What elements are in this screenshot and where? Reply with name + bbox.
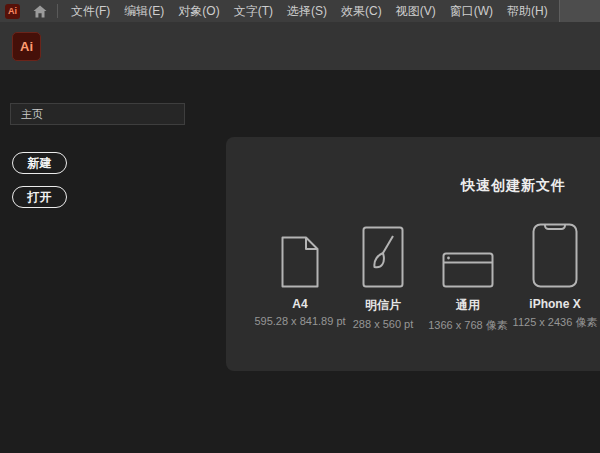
illustrator-app-icon: Ai (12, 32, 41, 61)
quick-start-panel: 快速创建新文件 A4 595.28 x 841.89 pt (226, 137, 600, 371)
preset-name: 通用 (422, 297, 514, 314)
iphone-icon (509, 222, 600, 288)
menu-file[interactable]: 文件(F) (64, 0, 117, 22)
open-file-button[interactable]: 打开 (12, 186, 67, 208)
preset-size: 1125 x 2436 像素 (509, 315, 600, 330)
menu-help[interactable]: 帮助(H) (500, 0, 555, 22)
home-icon (33, 5, 47, 18)
quick-start-title: 快速创建新文件 (461, 177, 566, 195)
postcard-brush-icon (337, 222, 429, 288)
preset-size: 288 x 560 pt (337, 318, 429, 330)
menu-type[interactable]: 文字(T) (227, 0, 280, 22)
preset-name: 明信片 (337, 297, 429, 314)
new-file-button[interactable]: 新建 (12, 152, 67, 174)
menu-object[interactable]: 对象(O) (171, 0, 226, 22)
tab-home[interactable]: 主页 (10, 103, 185, 125)
preset-name: iPhone X (509, 297, 600, 311)
illustrator-logo-icon: Ai (5, 4, 20, 19)
menu-select[interactable]: 选择(S) (280, 0, 334, 22)
menu-view[interactable]: 视图(V) (389, 0, 443, 22)
home-screen: 主页 新建 打开 快速创建新文件 A4 595.28 x 841.89 pt (0, 70, 600, 453)
preset-size: 1366 x 768 像素 (422, 318, 514, 333)
menu-edit[interactable]: 编辑(E) (117, 0, 171, 22)
preset-iphone-x[interactable]: iPhone X 1125 x 2436 像素 (509, 222, 600, 330)
menu-effect[interactable]: 效果(C) (334, 0, 389, 22)
home-button[interactable] (33, 5, 47, 18)
preset-name: A4 (254, 297, 346, 311)
web-browser-icon (422, 222, 514, 288)
menu-bar: Ai 文件(F) 编辑(E) 对象(O) 文字(T) 选择(S) 效果(C) 视… (0, 0, 600, 22)
menu-window[interactable]: 窗口(W) (443, 0, 500, 22)
menubar-divider (57, 4, 58, 18)
menubar-right-area (559, 0, 600, 22)
app-header: Ai (0, 22, 600, 70)
document-icon (254, 222, 346, 288)
preset-postcard[interactable]: 明信片 288 x 560 pt (337, 222, 429, 330)
preset-a4[interactable]: A4 595.28 x 841.89 pt (254, 222, 346, 327)
preset-web[interactable]: 通用 1366 x 768 像素 (422, 222, 514, 333)
preset-size: 595.28 x 841.89 pt (254, 315, 346, 327)
